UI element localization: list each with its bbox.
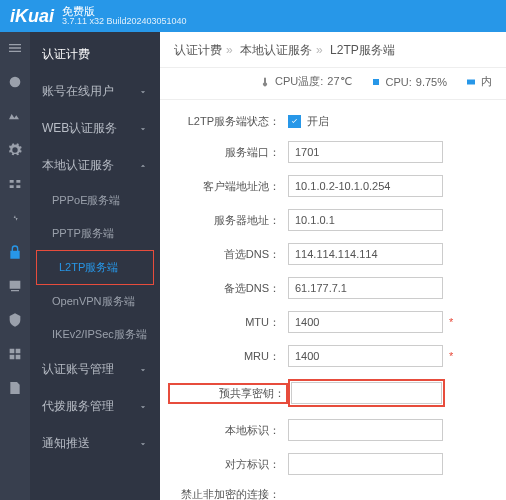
logs-icon[interactable] bbox=[7, 380, 23, 396]
chevron-up-icon bbox=[138, 161, 148, 171]
sidebar: 认证计费 账号在线用户 WEB认证服务 本地认证服务 PPPoE服务端 PPTP… bbox=[30, 32, 160, 500]
network-icon[interactable] bbox=[7, 176, 23, 192]
sidebar-sub-l2tp[interactable]: L2TP服务端 bbox=[37, 251, 153, 284]
dashboard-icon[interactable] bbox=[7, 74, 23, 90]
bc-1[interactable]: 认证计费 bbox=[174, 43, 222, 57]
status-label: L2TP服务端状态： bbox=[168, 114, 288, 129]
sidebar-item-proxy[interactable]: 代拨服务管理 bbox=[30, 388, 160, 425]
security-icon[interactable] bbox=[7, 312, 23, 328]
mem-usage: 内 bbox=[465, 74, 492, 89]
dns2-label: 备选DNS： bbox=[168, 281, 288, 296]
dns1-label: 首选DNS： bbox=[168, 247, 288, 262]
chevron-down-icon bbox=[138, 402, 148, 412]
local-label: 本地标识： bbox=[168, 423, 288, 438]
thermometer-icon bbox=[259, 76, 271, 88]
behavior-icon[interactable] bbox=[7, 278, 23, 294]
mtu-input[interactable] bbox=[288, 311, 443, 333]
cpu-icon bbox=[370, 76, 382, 88]
port-input[interactable] bbox=[288, 141, 443, 163]
build-label: 3.7.11 x32 Build202403051040 bbox=[62, 17, 187, 27]
sidebar-sub-pppoe[interactable]: PPPoE服务端 bbox=[30, 184, 160, 217]
app-header: iKuai 免费版 3.7.11 x32 Build202403051040 bbox=[0, 0, 506, 32]
peer-label: 对方标识： bbox=[168, 457, 288, 472]
sidebar-item-webauth[interactable]: WEB认证服务 bbox=[30, 110, 160, 147]
chevron-down-icon bbox=[138, 439, 148, 449]
version-info: 免费版 3.7.11 x32 Build202403051040 bbox=[62, 5, 187, 27]
chevron-down-icon bbox=[138, 365, 148, 375]
menu-icon[interactable] bbox=[7, 40, 23, 56]
sidebar-item-localauth[interactable]: 本地认证服务 bbox=[30, 147, 160, 184]
sidebar-sub-ikev2[interactable]: IKEv2/IPSec服务端 bbox=[30, 318, 160, 351]
psk-input[interactable] bbox=[291, 382, 442, 404]
sidebar-sub-pptp[interactable]: PPTP服务端 bbox=[30, 217, 160, 250]
chevron-down-icon bbox=[138, 87, 148, 97]
bc-3: L2TP服务端 bbox=[330, 43, 395, 57]
required-star: * bbox=[449, 350, 453, 362]
pool-input[interactable] bbox=[288, 175, 443, 197]
srv-input[interactable] bbox=[288, 209, 443, 231]
chevron-down-icon bbox=[138, 124, 148, 134]
flow-icon[interactable] bbox=[7, 210, 23, 226]
required-star: * bbox=[449, 316, 453, 328]
pool-label: 客户端地址池： bbox=[168, 179, 288, 194]
check-icon bbox=[288, 115, 301, 128]
status-bar: CPU温度:27℃ CPU:9.75% 内 bbox=[160, 68, 506, 100]
mru-input[interactable] bbox=[288, 345, 443, 367]
settings-icon[interactable] bbox=[7, 142, 23, 158]
content-area: 认证计费» 本地认证服务» L2TP服务端 CPU温度:27℃ CPU:9.75… bbox=[160, 32, 506, 500]
port-label: 服务端口： bbox=[168, 145, 288, 160]
config-form: L2TP服务端状态： 开启 服务端口： 客户端地址池： 服务器地址： 首选DNS… bbox=[160, 100, 506, 500]
local-input[interactable] bbox=[288, 419, 443, 441]
psk-label: 预共享密钥： bbox=[168, 383, 288, 404]
peer-input[interactable] bbox=[288, 453, 443, 475]
sidebar-item-accounts[interactable]: 认证账号管理 bbox=[30, 351, 160, 388]
auth-icon[interactable] bbox=[7, 244, 23, 260]
srv-label: 服务器地址： bbox=[168, 213, 288, 228]
memory-icon bbox=[465, 76, 477, 88]
cpu-temp: CPU温度:27℃ bbox=[259, 74, 352, 89]
dns2-input[interactable] bbox=[288, 277, 443, 299]
dns1-input[interactable] bbox=[288, 243, 443, 265]
sidebar-item-notify[interactable]: 通知推送 bbox=[30, 425, 160, 462]
mtu-label: MTU： bbox=[168, 315, 288, 330]
sidebar-item-online[interactable]: 账号在线用户 bbox=[30, 73, 160, 110]
sidebar-sub-openvpn[interactable]: OpenVPN服务端 bbox=[30, 285, 160, 318]
app-icon[interactable] bbox=[7, 346, 23, 362]
deny-label: 禁止非加密的连接： bbox=[168, 487, 288, 500]
sidebar-title: 认证计费 bbox=[30, 32, 160, 73]
monitor-icon[interactable] bbox=[7, 108, 23, 124]
cpu-usage: CPU:9.75% bbox=[370, 76, 447, 88]
mru-label: MRU： bbox=[168, 349, 288, 364]
logo: iKuai bbox=[10, 6, 54, 27]
bc-2[interactable]: 本地认证服务 bbox=[240, 43, 312, 57]
breadcrumb: 认证计费» 本地认证服务» L2TP服务端 bbox=[160, 32, 506, 68]
status-checkbox[interactable]: 开启 bbox=[288, 114, 329, 129]
icon-rail bbox=[0, 32, 30, 500]
